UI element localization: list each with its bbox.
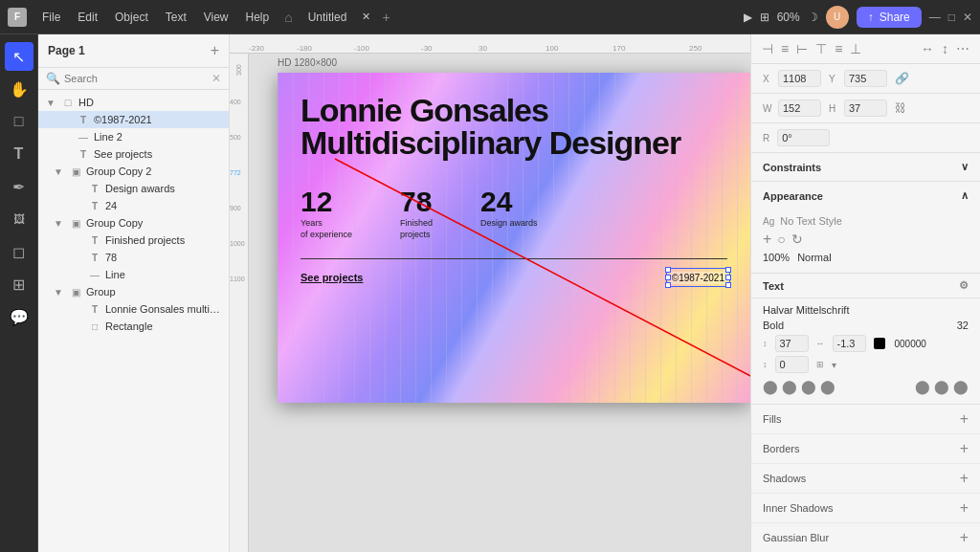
font-size-value[interactable]: 32 — [957, 320, 969, 331]
gaussian-blur-row[interactable]: Gaussian Blur + — [751, 523, 980, 552]
handle-br[interactable] — [725, 282, 731, 288]
new-tab-button[interactable]: + — [382, 10, 390, 25]
tab-close[interactable]: ✕ — [362, 11, 370, 23]
distribute-v-icon[interactable]: ↕ — [939, 38, 951, 59]
constrain-proportions-icon[interactable]: ⛓ — [895, 101, 906, 115]
more-options-icon[interactable]: ⋯ — [953, 38, 972, 59]
frame-tool[interactable]: □ — [5, 107, 33, 136]
layer-item-hd[interactable]: ▼ □ HD — [38, 94, 229, 111]
align-top-icon[interactable]: ⊤ — [813, 38, 830, 59]
menu-edit[interactable]: Edit — [70, 9, 105, 26]
page-name[interactable]: Page 1 — [48, 44, 85, 57]
layer-item-see-projects[interactable]: T See projects — [38, 145, 229, 163]
x-input[interactable] — [778, 70, 821, 87]
text-valign-top-icon[interactable]: ⬤ — [915, 379, 930, 394]
line-height-input[interactable] — [775, 335, 809, 352]
minimize-button[interactable]: — — [929, 11, 941, 24]
layer-item-lonnie[interactable]: T Lonnie Gonsales multidisciplin — [38, 300, 229, 318]
y-input[interactable] — [844, 70, 887, 87]
pen-tool[interactable]: ✒ — [5, 172, 33, 201]
add-blur-icon[interactable]: + — [960, 529, 969, 546]
text-settings-icon[interactable]: ⚙ — [959, 279, 969, 292]
font-name[interactable]: Halvar Mittelschrift — [763, 304, 969, 316]
home-icon[interactable]: ⌂ — [284, 10, 292, 25]
opacity-value[interactable]: 100% — [763, 252, 790, 263]
hand-tool[interactable]: ✋ — [5, 75, 33, 103]
grid-tool[interactable]: ⊞ — [5, 270, 33, 298]
layer-item-line[interactable]: — Line — [38, 266, 229, 283]
add-fill-icon[interactable]: + — [960, 410, 969, 428]
add-inner-shadow-icon[interactable]: + — [960, 499, 969, 517]
menu-text[interactable]: Text — [158, 9, 194, 26]
layer-item-group-copy-2[interactable]: ▼ ▣ Group Copy 2 — [38, 163, 229, 180]
menu-view[interactable]: View — [196, 9, 236, 26]
play-button[interactable]: ▶ — [744, 11, 752, 24]
text-valign-middle-icon[interactable]: ⬤ — [934, 379, 949, 394]
image-tool[interactable]: 🖼 — [5, 205, 33, 233]
search-input[interactable] — [64, 73, 208, 84]
dark-mode-icon[interactable]: ☽ — [808, 11, 818, 24]
text-section-header[interactable]: Text ⚙ — [751, 274, 980, 298]
w-input[interactable] — [778, 99, 821, 117]
menu-file[interactable]: File — [34, 9, 68, 26]
layer-item-line2[interactable]: — Line 2 — [38, 128, 229, 145]
borders-row[interactable]: Borders + — [751, 434, 980, 464]
add-page-button[interactable]: + — [211, 42, 219, 59]
menu-help[interactable]: Help — [238, 9, 278, 26]
zoom-level[interactable]: 60% — [777, 11, 800, 24]
design-frame[interactable]: Lonnie Gonsales Multidisciplinary Design… — [278, 73, 750, 403]
layer-item-group[interactable]: ▼ ▣ Group — [38, 283, 229, 300]
subtract-style-icon[interactable]: ○ — [777, 232, 785, 247]
layer-item-design-awards[interactable]: T Design awards — [38, 180, 229, 197]
maximize-button[interactable]: □ — [948, 11, 955, 24]
link-dimensions-icon[interactable]: 🔗 — [895, 72, 909, 85]
align-justify-text-icon[interactable]: ⬤ — [820, 379, 835, 394]
letter-spacing-input[interactable] — [833, 335, 866, 352]
blend-mode-value[interactable]: Normal — [797, 252, 831, 263]
r-input[interactable] — [777, 129, 830, 146]
no-text-style-label[interactable]: No Text Style — [780, 215, 842, 227]
text-valign-bottom-icon[interactable]: ⬤ — [953, 379, 969, 394]
layer-item-rectangle[interactable]: □ Rectangle — [38, 318, 229, 335]
layer-item-78[interactable]: T 78 — [38, 249, 229, 266]
distribute-h-icon[interactable]: ↔ — [918, 38, 937, 59]
text-tool[interactable]: T — [5, 140, 33, 168]
add-style-icon[interactable]: + — [763, 231, 771, 248]
shadows-row[interactable]: Shadows + — [751, 464, 980, 494]
layer-item-24[interactable]: T 24 — [38, 197, 229, 214]
color-swatch[interactable] — [874, 338, 885, 349]
align-center-h-icon[interactable]: ≡ — [778, 38, 791, 59]
handle-mr[interactable] — [725, 275, 731, 280]
close-button[interactable]: ✕ — [963, 11, 972, 24]
menu-object[interactable]: Object — [107, 9, 156, 26]
align-right-text-icon[interactable]: ⬤ — [801, 379, 816, 394]
handle-tl[interactable] — [665, 267, 671, 273]
shape-tool[interactable]: ◻ — [5, 237, 33, 266]
paragraph-spacing-dropdown[interactable]: ▾ — [832, 360, 836, 370]
font-weight-value[interactable]: Bold — [763, 320, 784, 331]
fills-row[interactable]: Fills + — [751, 405, 980, 434]
add-shadow-icon[interactable]: + — [960, 470, 969, 487]
handle-ml[interactable] — [665, 275, 671, 280]
canvas-viewport[interactable]: Lonnie Gonsales Multidisciplinary Design… — [278, 73, 750, 552]
align-bottom-icon[interactable]: ⊥ — [847, 38, 864, 59]
align-left-text-icon[interactable]: ⬤ — [763, 379, 778, 394]
canvas-area[interactable]: -230 -180 -100 -30 30 100 170 250 350 50… — [230, 34, 750, 552]
handle-tr[interactable] — [725, 267, 731, 273]
constraints-header[interactable]: Constraints ∨ — [751, 153, 980, 181]
clear-search-button[interactable]: ✕ — [212, 72, 221, 85]
layer-item-group-copy[interactable]: ▼ ▣ Group Copy — [38, 214, 229, 232]
layer-item-copyright[interactable]: T ©1987-2021 — [38, 111, 229, 128]
share-button[interactable]: ↑ Share — [857, 7, 922, 28]
align-right-icon[interactable]: ⊢ — [793, 38, 811, 59]
comment-tool[interactable]: 💬 — [5, 302, 33, 331]
handle-bl[interactable] — [665, 282, 671, 288]
add-border-icon[interactable]: + — [960, 440, 969, 457]
refresh-style-icon[interactable]: ↻ — [791, 232, 803, 247]
grid-view-icon[interactable]: ⊞ — [760, 11, 769, 24]
align-center-text-icon[interactable]: ⬤ — [782, 379, 797, 394]
align-middle-v-icon[interactable]: ≡ — [832, 38, 845, 59]
color-value[interactable]: 000000 — [895, 339, 926, 349]
select-tool[interactable]: ↖ — [5, 42, 33, 71]
inner-shadows-row[interactable]: Inner Shadows + — [751, 494, 980, 523]
